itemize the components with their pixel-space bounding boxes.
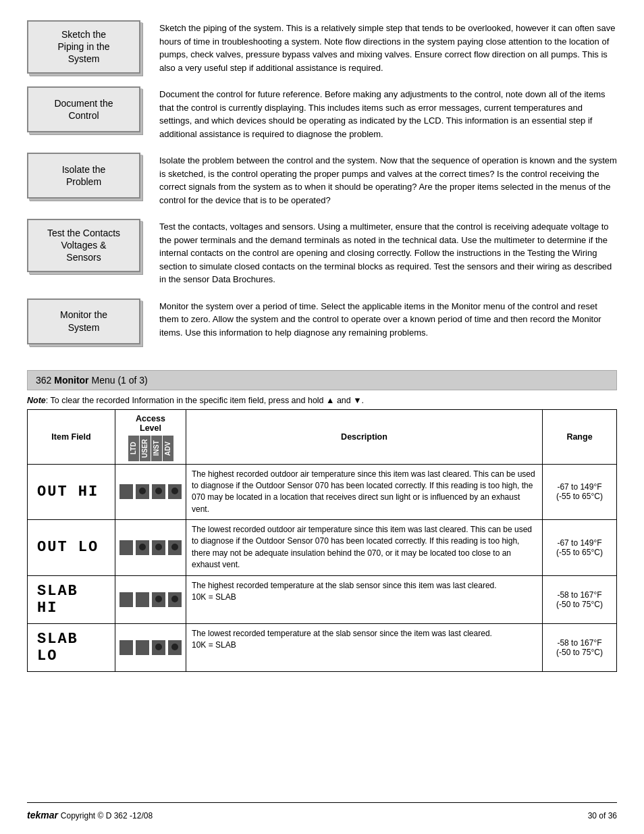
header-item-field: Item Field xyxy=(28,409,115,464)
access-dot xyxy=(171,596,178,602)
table-row: OUT HI The highest recorded outdoor air … xyxy=(28,464,617,520)
description-cell: The lowest recorded temperature at the s… xyxy=(186,623,543,671)
step-text-isolate: Isolate the problem between the control … xyxy=(159,153,617,207)
step-row-isolate: Isolate theProblemIsolate the problem be… xyxy=(27,153,617,207)
header-access-level: AccessLevel LTD USER INST xyxy=(115,409,186,464)
range-cell: -67 to 149°F(-55 to 65°C) xyxy=(543,520,617,576)
step-text-sketch: Sketch the piping of the system. This is… xyxy=(159,20,617,74)
access-user: USER xyxy=(140,436,151,461)
note-line: Note: To clear the recorded Information … xyxy=(27,396,617,405)
step-box-isolate: Isolate theProblem xyxy=(27,153,140,199)
steps-section: Sketch thePiping in theSystemSketch the … xyxy=(27,20,617,357)
note-text: : To clear the recorded Information in t… xyxy=(46,396,364,405)
access-dot xyxy=(139,544,146,550)
description-cell: The highest recorded temperature at the … xyxy=(186,575,543,623)
access-dot xyxy=(155,644,162,650)
access-ltd: LTD xyxy=(128,436,139,461)
access-cell xyxy=(115,623,186,671)
step-box-document: Document theControl xyxy=(27,86,140,132)
range-cell: -58 to 167°F(-50 to 75°C) xyxy=(543,623,617,671)
access-cell xyxy=(115,575,186,623)
step-box-test: Test the ContactsVoltages &Sensors xyxy=(27,219,140,272)
access-dot xyxy=(155,544,162,550)
page: Sketch thePiping in theSystemSketch the … xyxy=(0,0,644,834)
table-row: SLAB LO The lowest recorded temperature … xyxy=(28,623,617,671)
description-cell: The highest recorded outdoor air tempera… xyxy=(186,464,543,520)
range-cell: -58 to 167°F(-50 to 75°C) xyxy=(543,575,617,623)
step-row-document: Document theControlDocument the control … xyxy=(27,86,617,140)
range-cell: -67 to 149°F(-55 to 65°C) xyxy=(543,464,617,520)
access-dot xyxy=(171,488,178,494)
step-row-sketch: Sketch thePiping in theSystemSketch the … xyxy=(27,20,617,74)
note-prefix: Note xyxy=(27,396,46,405)
description-cell: The lowest recorded outdoor air temperat… xyxy=(186,520,543,576)
footer-copyright: Copyright © D 362 -12/08 xyxy=(61,811,153,820)
step-text-monitor: Monitor the system over a period of time… xyxy=(159,298,617,340)
access-inst: INST xyxy=(151,436,162,461)
access-cell xyxy=(115,520,186,576)
access-diag-row: LTD USER INST ADV xyxy=(118,434,183,461)
access-level-title: AccessLevel xyxy=(118,413,183,434)
step-text-test: Test the contacts, voltages and sensors.… xyxy=(159,219,617,286)
item-lcd-cell: OUT LO xyxy=(28,520,115,576)
monitor-title: Monitor xyxy=(54,375,88,386)
footer: tekmar Copyright © D 362 -12/08 30 of 36 xyxy=(27,802,617,820)
data-table: Item Field AccessLevel LTD USER xyxy=(27,409,617,672)
step-box-monitor: Monitor theSystem xyxy=(27,298,140,344)
item-lcd-cell: SLAB LO xyxy=(28,623,115,671)
table-header-row: Item Field AccessLevel LTD USER xyxy=(28,409,617,464)
step-box-sketch: Sketch thePiping in theSystem xyxy=(27,20,140,74)
access-adv: ADV xyxy=(163,436,173,461)
footer-brand: tekmar xyxy=(27,810,61,820)
header-range: Range xyxy=(543,409,617,464)
item-lcd-cell: OUT HI xyxy=(28,464,115,520)
footer-page: 30 of 36 xyxy=(588,811,617,820)
header-description: Description xyxy=(186,409,543,464)
monitor-subtitle: Menu (1 of 3) xyxy=(91,375,147,386)
step-row-monitor: Monitor theSystemMonitor the system over… xyxy=(27,298,617,344)
table-row: OUT LO The lowest recorded outdoor air t… xyxy=(28,520,617,576)
monitor-section: 362 Monitor Menu (1 of 3) Note: To clear… xyxy=(27,370,617,672)
monitor-number: 362 xyxy=(36,375,51,386)
access-dot xyxy=(155,488,162,494)
access-dot xyxy=(171,544,178,550)
access-dot xyxy=(155,596,162,602)
step-row-test: Test the ContactsVoltages &SensorsTest t… xyxy=(27,219,617,286)
access-cell xyxy=(115,464,186,520)
table-row: SLAB HI The highest recorded temperature… xyxy=(28,575,617,623)
access-dot xyxy=(171,644,178,650)
item-lcd-cell: SLAB HI xyxy=(28,575,115,623)
footer-brand-copyright: tekmar Copyright © D 362 -12/08 xyxy=(27,810,153,820)
access-dot xyxy=(139,488,146,494)
step-text-document: Document the control for future referenc… xyxy=(159,86,617,140)
monitor-header: 362 Monitor Menu (1 of 3) xyxy=(27,370,617,390)
